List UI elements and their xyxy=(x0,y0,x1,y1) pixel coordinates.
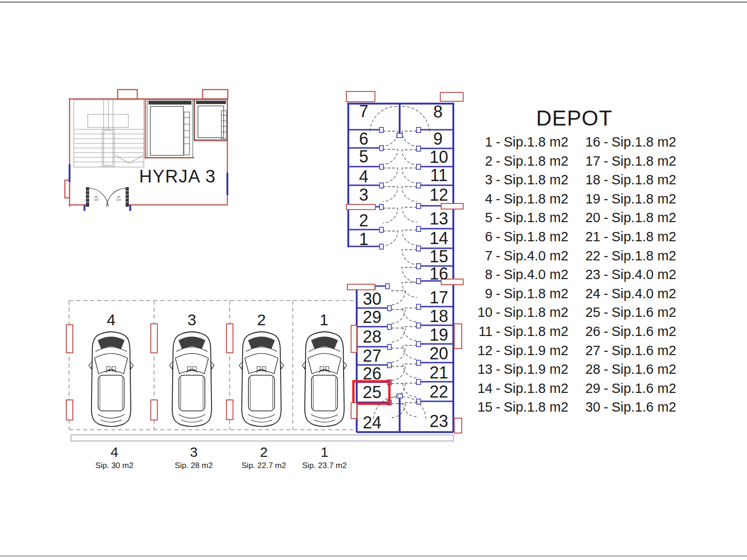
unit-label-22: 22 xyxy=(430,382,448,401)
unit-label-13: 13 xyxy=(430,209,448,228)
legend-item: 4-Sip.1.8 m2 xyxy=(470,189,570,209)
plan-labels: 7 6 5 4 3 2 1 8 9 10 11 12 13 14 15 16 1… xyxy=(95,102,448,470)
unit-label-5: 5 xyxy=(359,147,368,166)
unit-label-26: 26 xyxy=(363,364,381,383)
unit-label-8: 8 xyxy=(433,102,443,121)
legend-item: 30-Sip.1.6 m2 xyxy=(578,398,684,417)
entrance-block: 90220 90220 HYRJA 3 xyxy=(65,90,228,211)
unit-label-15: 15 xyxy=(430,247,448,266)
door-size-mark: 90220 xyxy=(116,196,121,201)
unit-label-4: 4 xyxy=(359,167,368,186)
parking-stall-1-label: 1 xyxy=(320,311,329,329)
legend-item: 25-Sip.1.6 m2 xyxy=(578,303,684,322)
unit-label-25: 25 xyxy=(363,383,381,402)
driveway-edge-band xyxy=(71,435,453,441)
legend-item: 14-Sip.1.8 m2 xyxy=(470,379,570,398)
unit-label-11: 11 xyxy=(430,166,447,185)
legend-item: 23-Sip.4.0 m2 xyxy=(578,265,684,284)
legend-item: 19-Sip.1.8 m2 xyxy=(578,189,684,209)
door-size-mark: 90220 xyxy=(94,196,99,201)
entrance-label: HYRJA 3 xyxy=(139,167,216,186)
unit-label-17: 17 xyxy=(430,288,448,307)
unit-label-27: 27 xyxy=(363,346,381,365)
legend-item: 6-Sip.1.8 m2 xyxy=(470,227,570,246)
legend-column-right: 16-Sip.1.8 m2 17-Sip.1.8 m2 18-Sip.1.8 m… xyxy=(570,133,684,417)
car-1 xyxy=(302,332,347,427)
unit-label-9: 9 xyxy=(433,129,443,148)
legend-item: 13-Sip.1.9 m2 xyxy=(470,360,570,379)
parking-stall-2-label: 2 xyxy=(257,311,266,329)
unit-label-16: 16 xyxy=(430,264,448,283)
unit-label-20: 20 xyxy=(430,344,448,363)
unit-label-30: 30 xyxy=(363,289,381,308)
legend-item: 20-Sip.1.8 m2 xyxy=(578,208,684,227)
unit-label-19: 19 xyxy=(430,325,448,344)
depot-legend: DEPOT 1-Sip.1.8 m2 2-Sip.1.8 m2 3-Sip.1.… xyxy=(465,106,684,417)
parking-stall-3-number: 3 xyxy=(190,444,198,460)
parking-stall-1-area: Sip. 23.7 m2 xyxy=(302,461,346,470)
legend-item: 27-Sip.1.6 m2 xyxy=(578,341,684,360)
door-jambs xyxy=(380,127,421,405)
parking-stall-1-number: 1 xyxy=(321,444,329,460)
legend-item: 24-Sip.4.0 m2 xyxy=(578,284,684,303)
legend-item: 7-Sip.4.0 m2 xyxy=(470,246,570,266)
car-3 xyxy=(169,332,214,427)
legend-item: 3-Sip.1.8 m2 xyxy=(470,170,570,189)
legend-item: 26-Sip.1.6 m2 xyxy=(578,322,684,341)
elevator-2-icon xyxy=(195,100,227,141)
parking-stall-2-number: 2 xyxy=(260,444,268,460)
unit-label-29: 29 xyxy=(363,308,381,327)
staircase-icon xyxy=(74,100,144,167)
unit-label-10: 10 xyxy=(430,147,448,167)
unit-label-3: 3 xyxy=(359,185,368,204)
parking-stall-4-label: 4 xyxy=(107,311,116,329)
unit-label-23: 23 xyxy=(430,412,448,431)
legend-item: 11-Sip.1.8 m2 xyxy=(470,322,570,341)
floor-plan-page: 90220 90220 HYRJA 3 xyxy=(0,0,747,560)
parking-stall-2-area: Sip. 22.7 m2 xyxy=(241,461,286,470)
legend-item: 2-Sip.1.8 m2 xyxy=(470,152,570,171)
parking-stall-3-label: 3 xyxy=(188,311,197,329)
legend-item: 21-Sip.1.8 m2 xyxy=(578,227,684,246)
car-4 xyxy=(89,332,134,427)
legend-item: 5-Sip.1.8 m2 xyxy=(470,208,570,227)
legend-item: 8-Sip.4.0 m2 xyxy=(470,265,570,284)
unit-label-28: 28 xyxy=(363,327,381,346)
legend-item: 16-Sip.1.8 m2 xyxy=(578,133,684,152)
legend-item: 29-Sip.1.6 m2 xyxy=(578,379,684,398)
unit-label-14: 14 xyxy=(430,229,448,248)
legend-item: 18-Sip.1.8 m2 xyxy=(578,170,684,189)
legend-item: 28-Sip.1.6 m2 xyxy=(578,360,684,379)
legend-column-left: 1-Sip.1.8 m2 2-Sip.1.8 m2 3-Sip.1.8 m2 4… xyxy=(465,133,570,417)
legend-item: 12-Sip.1.9 m2 xyxy=(470,341,570,360)
elevator-1-icon xyxy=(147,100,193,158)
legend-item: 15-Sip.1.8 m2 xyxy=(470,398,570,417)
unit-label-12: 12 xyxy=(430,185,448,204)
legend-item: 9-Sip.1.8 m2 xyxy=(470,284,570,303)
parking-stall-3-area: Sip. 28 m2 xyxy=(175,461,212,470)
legend-item: 1-Sip.1.8 m2 xyxy=(470,133,570,152)
unit-label-1: 1 xyxy=(359,230,368,249)
unit-label-2: 2 xyxy=(359,211,368,230)
unit-label-6: 6 xyxy=(359,129,368,148)
parking-stall-4-number: 4 xyxy=(111,444,119,460)
legend-item: 17-Sip.1.8 m2 xyxy=(578,152,684,171)
car-2 xyxy=(239,332,284,427)
unit-label-7: 7 xyxy=(359,102,368,121)
unit-label-21: 21 xyxy=(430,363,448,382)
unit-label-24: 24 xyxy=(363,413,381,432)
legend-title: DEPOT xyxy=(465,106,684,130)
parking-stall-4-area: Sip. 30 m2 xyxy=(95,461,133,470)
legend-item: 22-Sip.1.8 m2 xyxy=(578,246,684,266)
unit-label-18: 18 xyxy=(430,307,448,326)
entrance-door: 90220 90220 xyxy=(86,187,129,207)
legend-item: 10-Sip.1.8 m2 xyxy=(470,303,570,322)
